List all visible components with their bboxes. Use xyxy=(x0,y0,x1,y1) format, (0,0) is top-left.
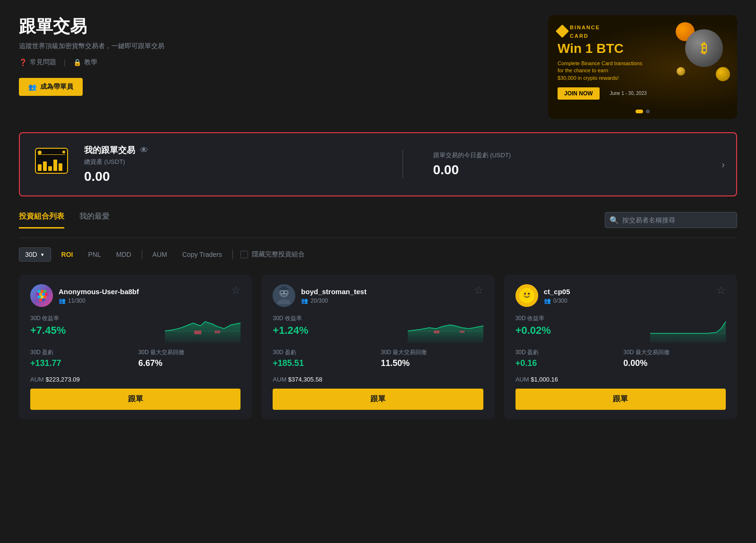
aum-section-3: AUM $1,000.16 xyxy=(515,376,726,383)
banner-dot-1[interactable] xyxy=(636,110,643,113)
trader-followers-2: 👥 20/300 xyxy=(301,297,366,304)
trader-followers-1: 👥 11/300 xyxy=(59,297,139,304)
roi-chart-2 xyxy=(408,314,483,343)
aum-value-2: $374,305.58 xyxy=(288,376,322,383)
svg-rect-22 xyxy=(281,286,287,290)
total-assets-label: 總資產 (USDT) xyxy=(84,158,372,166)
card-bottom-metrics-2: 30D 盈虧 +185.51 30D 最大交易回撤 11.50% xyxy=(273,348,483,368)
roi-value-1: +7.45% xyxy=(30,324,165,337)
tutorial-link[interactable]: 🔒 教學 xyxy=(73,58,97,67)
filter-mdd-button[interactable]: MDD xyxy=(112,248,136,261)
become-leader-button[interactable]: 👥 成為帶單員 xyxy=(19,78,83,96)
favorite-button-1[interactable]: ☆ xyxy=(231,284,241,297)
copy-button-3[interactable]: 跟單 xyxy=(515,389,726,410)
my-copy-trade-card[interactable]: 我的跟單交易 👁 總資產 (USDT) 0.00 跟單交易的今日盈虧 (USDT… xyxy=(19,132,737,196)
filter-copy-traders-button[interactable]: Copy Traders xyxy=(178,248,227,261)
coin-btc-large: ₿ xyxy=(685,29,723,67)
filter-separator-2 xyxy=(232,250,233,259)
svg-rect-4 xyxy=(36,293,39,296)
card-bottom-metrics-1: 30D 盈虧 +131.77 30D 最大交易回撤 6.67% xyxy=(30,348,241,368)
mdd-section-1: 30D 最大交易回撤 6.67% xyxy=(138,348,241,368)
filter-pnl-button[interactable]: PNL xyxy=(83,248,105,261)
aum-value-1: $223,273.09 xyxy=(46,376,80,383)
pnl-value-1: +131.77 xyxy=(30,358,133,368)
faq-link[interactable]: ❓ 常見問題 xyxy=(19,58,56,67)
my-copy-title: 我的跟單交易 xyxy=(84,144,135,156)
banner-date: June 1 - 30, 2023 xyxy=(610,91,647,96)
hide-full-portfolio-checkbox[interactable]: 隱藏完整投資組合 xyxy=(241,250,305,259)
navigate-right-icon[interactable]: › xyxy=(722,159,725,170)
pnl-section-2: 30D 盈虧 +185.51 xyxy=(273,348,375,368)
pnl-value-3: +0.16 xyxy=(515,358,618,368)
page-title: 跟單交易 xyxy=(19,15,164,38)
header-links: ❓ 常見問題 | 🔒 教學 xyxy=(19,58,164,67)
trader-search-input[interactable] xyxy=(605,212,737,228)
banner-pagination xyxy=(636,110,650,113)
copy-button-2[interactable]: 跟單 xyxy=(273,389,483,410)
svg-rect-14 xyxy=(194,331,201,334)
tab-portfolio-list[interactable]: 投資組合列表 xyxy=(19,212,64,229)
checkbox-box xyxy=(241,251,248,258)
card-metrics-2: 30D 收益率 +1.24% xyxy=(273,314,483,343)
followers-icon-1: 👥 xyxy=(59,297,66,304)
aum-value-3: $1,000.16 xyxy=(531,376,558,383)
trader-card-2: boyd_stroman_test 👥 20/300 ☆ 30D 收益率 +1.… xyxy=(261,275,494,419)
filter-separator-1 xyxy=(142,250,142,259)
roi-label-2: 30D 收益率 xyxy=(273,314,407,322)
roi-label-3: 30D 收益率 xyxy=(515,314,650,322)
favorite-button-3[interactable]: ☆ xyxy=(716,284,726,297)
banner-description: Complete Binance Card transactions for t… xyxy=(558,60,643,82)
today-pnl-value: 0.00 xyxy=(433,162,722,178)
btc-symbol: ₿ xyxy=(701,41,707,56)
today-pnl-label: 跟單交易的今日盈虧 (USDT) xyxy=(433,151,722,160)
trader-card-1: Anonymous-User-ba8bf 👥 11/300 ☆ 30D 收益率 … xyxy=(19,275,252,419)
roi-label-1: 30D 收益率 xyxy=(30,314,165,322)
svg-rect-5 xyxy=(39,293,42,296)
hide-full-label: 隱藏完整投資組合 xyxy=(252,250,305,259)
trader-avatar-1 xyxy=(30,284,53,307)
filter-aum-button[interactable]: AUM xyxy=(148,248,172,261)
trader-user-3: ct_cp05 👥 0/300 xyxy=(515,284,570,307)
card-bottom-metrics-3: 30D 盈虧 +0.16 30D 最大交易回撤 0.00% xyxy=(515,348,726,368)
pnl-value-2: +185.51 xyxy=(273,358,375,368)
aum-section-1: AUM $223,273.09 xyxy=(30,376,241,383)
binance-diamond-icon xyxy=(556,25,569,38)
banner-cta-button[interactable]: JOIN NOW xyxy=(558,87,600,100)
card-divider xyxy=(403,150,403,178)
svg-point-20 xyxy=(285,291,287,293)
svg-rect-7 xyxy=(45,293,48,296)
aum-section-2: AUM $374,305.58 xyxy=(273,376,483,383)
total-assets-value: 0.00 xyxy=(84,169,372,184)
svg-rect-9 xyxy=(41,296,43,298)
roi-value-2: +1.24% xyxy=(273,324,407,337)
svg-point-29 xyxy=(524,293,526,295)
svg-rect-10 xyxy=(43,296,46,298)
trader-avatar-3 xyxy=(515,284,538,307)
link-divider: | xyxy=(64,59,66,66)
promo-banner[interactable]: BINANCE CARD Win 1 BTC Complete Binance … xyxy=(548,15,737,119)
period-selector[interactable]: 30D ▼ xyxy=(19,247,51,262)
filter-roi-button[interactable]: ROI xyxy=(57,248,78,261)
mdd-section-3: 30D 最大交易回撤 0.00% xyxy=(623,348,726,368)
banner-dot-2[interactable] xyxy=(646,110,650,113)
mdd-value-1: 6.67% xyxy=(138,358,241,368)
filters-row: 30D ▼ ROI PNL MDD AUM Copy Traders 隱藏完整投… xyxy=(19,247,737,262)
leader-icon: 👥 xyxy=(28,83,36,91)
coin-yellow-small xyxy=(716,67,730,81)
my-copy-trade-info: 我的跟單交易 👁 總資產 (USDT) 0.00 xyxy=(84,144,372,184)
page-subtitle: 追蹤世界頂級加密貨幣交易者，一鍵即可跟單交易 xyxy=(19,42,164,51)
visibility-toggle-icon[interactable]: 👁 xyxy=(140,145,148,155)
svg-rect-3 xyxy=(43,290,46,293)
roi-chart-1 xyxy=(165,314,241,343)
tab-favorites[interactable]: 我的最愛 xyxy=(79,212,110,229)
trader-name-1: Anonymous-User-ba8bf xyxy=(59,288,139,296)
favorite-button-2[interactable]: ☆ xyxy=(474,284,483,297)
trader-name-3: ct_cp05 xyxy=(544,288,570,296)
my-copy-pnl-section: 跟單交易的今日盈虧 (USDT) 0.00 xyxy=(433,151,722,178)
coin-tiny xyxy=(677,67,685,76)
copy-button-1[interactable]: 跟單 xyxy=(30,389,241,410)
trader-search-container: 🔍 xyxy=(605,212,737,228)
traders-grid: Anonymous-User-ba8bf 👥 11/300 ☆ 30D 收益率 … xyxy=(19,275,737,419)
trader-avatar-2 xyxy=(273,284,295,307)
banner-coins-decoration: ₿ xyxy=(666,20,732,95)
